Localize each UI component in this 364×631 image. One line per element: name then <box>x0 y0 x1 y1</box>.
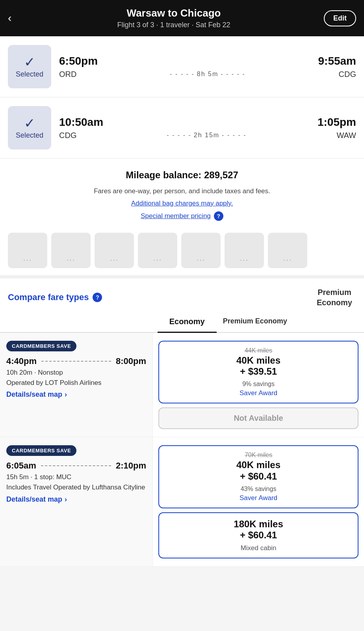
flight-times-1: 6:50pm 9:55am <box>59 55 356 67</box>
details-link-1[interactable]: Details/seat map › <box>6 390 146 399</box>
duration-1: 8h 5m <box>197 71 218 78</box>
flight-result-1-left: CARDMEMBERS SAVE 4:40pm 8:00pm 10h 20m ·… <box>0 333 153 437</box>
main-price-2: 40K miles + $60.41 <box>236 459 280 482</box>
depart-time-1: 6:50pm <box>59 55 98 67</box>
checkmark-icon-2: ✓ <box>24 116 35 130</box>
depart-airport-2: CDG <box>59 131 76 140</box>
price-card-premium-1: Not Available <box>158 407 358 429</box>
checkmark-icon-1: ✓ <box>24 55 35 69</box>
selected-badge-1: ✓ Selected <box>8 45 51 88</box>
compare-header-left: Compare fare types ? <box>8 292 102 302</box>
price-card-economy-1[interactable]: 44K miles 40K miles + $39.51 9% savings … <box>158 341 358 404</box>
fare-card-7[interactable]: ··· <box>268 233 307 268</box>
mileage-section: Mileage balance: 289,527 Fares are one-w… <box>0 159 364 226</box>
result-arrive-1: 8:00pm <box>116 356 146 366</box>
cardmember-badge-1: CARDMEMBERS SAVE <box>6 341 76 351</box>
fare-card-5[interactable]: ··· <box>181 233 221 268</box>
fare-card-6[interactable]: ··· <box>225 233 264 268</box>
left-spacer <box>8 312 158 332</box>
arrive-airport-1: CDG <box>339 70 356 79</box>
fare-card-2[interactable]: ··· <box>51 233 91 268</box>
premium-economy-tab-label: PremiumEconomy <box>317 287 352 308</box>
flight-result-1-right: 44K miles 40K miles + $39.51 9% savings … <box>153 333 364 437</box>
selected-badge-2: ✓ Selected <box>8 106 51 149</box>
arrive-time-1: 9:55am <box>318 55 356 67</box>
chevron-right-icon-2: › <box>65 495 67 504</box>
fare-card-1[interactable]: ··· <box>8 233 47 268</box>
compare-section: Compare fare types ? PremiumEconomy Econ… <box>0 275 364 567</box>
bag-charges-link[interactable]: Additional bag charges may apply. <box>131 200 233 207</box>
original-price-2: 70K miles <box>245 452 272 459</box>
fare-card-4[interactable]: ··· <box>138 233 177 268</box>
mixed-cabin-label: Mixed cabin <box>241 544 277 552</box>
selected-flight-2: ✓ Selected 10:50am 1:05pm CDG - - - - - … <box>0 97 364 159</box>
arrive-airport-2: WAW <box>336 131 356 140</box>
compare-tabs: Economy Premium Economy <box>0 312 364 333</box>
flight-result-2: CARDMEMBERS SAVE 6:05am 2:10pm 15h 5m · … <box>0 437 364 567</box>
fare-note: Fares are one-way, per person, and inclu… <box>8 186 356 196</box>
savings-1: 9% savings <box>242 381 275 388</box>
cardmember-badge-2: CARDMEMBERS SAVE <box>6 445 76 456</box>
unavailable-label-1: Not Available <box>234 414 283 423</box>
compare-title: Compare fare types <box>8 292 89 302</box>
main-price-1: 40K miles + $39.51 <box>236 355 280 378</box>
result-times-2: 6:05am 2:10pm <box>6 461 146 471</box>
member-pricing-link[interactable]: Special member pricing <box>141 212 211 220</box>
result-arrive-2: 2:10pm <box>116 461 146 471</box>
header: ‹ Warsaw to Chicago Flight 3 of 3 · 1 tr… <box>0 0 364 36</box>
flight-info-2: 10:50am 1:05pm CDG - - - - - 2h 15m - - … <box>59 116 356 140</box>
tab-economy[interactable]: Economy <box>158 312 217 333</box>
result-times-1: 4:40pm 8:00pm <box>6 356 146 366</box>
award-type-1: Saver Award <box>240 389 277 397</box>
arrive-time-2: 1:05pm <box>318 116 356 129</box>
depart-time-2: 10:50am <box>59 116 103 129</box>
original-price-1: 44K miles <box>245 347 272 354</box>
result-depart-1: 4:40pm <box>6 356 37 366</box>
savings-2: 43% savings <box>241 485 277 493</box>
result-duration-1: 10h 20m · Nonstop <box>6 369 146 377</box>
result-operator-2: Includes Travel Operated by Lufthansa Ci… <box>6 483 146 492</box>
result-dash-2 <box>41 465 111 466</box>
premium-price-2: 180K miles + $60.41 <box>234 519 283 541</box>
selected-label-2: Selected <box>16 131 43 140</box>
back-button[interactable]: ‹ <box>8 12 24 24</box>
depart-airport-1: ORD <box>59 70 76 79</box>
chevron-right-icon-1: › <box>65 390 67 399</box>
price-card-economy-2[interactable]: 70K miles 40K miles + $60.41 43% savings… <box>158 445 358 508</box>
fare-cards-row: ··· ··· ··· ··· ··· ··· ··· <box>0 226 364 275</box>
member-pricing-info-icon[interactable]: ? <box>214 211 223 221</box>
price-card-premium-2[interactable]: 180K miles + $60.41 Mixed cabin <box>158 512 358 559</box>
selected-label-1: Selected <box>16 70 43 78</box>
flight-info-1: 6:50pm 9:55am ORD - - - - - 8h 5m - - - … <box>59 55 356 79</box>
award-type-2: Saver Award <box>240 494 277 502</box>
header-subtitle: Flight 3 of 3 · 1 traveler · Sat Feb 22 <box>24 21 324 29</box>
selected-flight-1: ✓ Selected 6:50pm 9:55am ORD - - - - - 8… <box>0 36 364 97</box>
flight-result-2-right: 70K miles 40K miles + $60.41 43% savings… <box>153 437 364 566</box>
flight-result-1: CARDMEMBERS SAVE 4:40pm 8:00pm 10h 20m ·… <box>0 333 364 438</box>
member-pricing-row: Special member pricing ? <box>8 211 356 221</box>
flight-route-2: CDG - - - - - 2h 15m - - - - - WAW <box>59 131 356 140</box>
result-duration-2: 15h 5m · 1 stop: MUC <box>6 473 146 481</box>
flight-times-2: 10:50am 1:05pm <box>59 116 356 129</box>
header-center: Warsaw to Chicago Flight 3 of 3 · 1 trav… <box>24 7 324 29</box>
details-link-2[interactable]: Details/seat map › <box>6 495 146 504</box>
route-line-2: - - - - - 2h 15m - - - - - <box>80 132 333 139</box>
mileage-balance: Mileage balance: 289,527 <box>8 170 356 181</box>
tab-premium-economy[interactable]: Premium Economy <box>217 312 293 333</box>
result-operator-1: Operated by LOT Polish Airlines <box>6 378 146 388</box>
route-line-1: - - - - - 8h 5m - - - - - <box>80 71 335 78</box>
compare-info-icon[interactable]: ? <box>93 293 102 302</box>
duration-2: 2h 15m <box>194 132 219 139</box>
page-title: Warsaw to Chicago <box>24 7 324 19</box>
flight-result-2-left: CARDMEMBERS SAVE 6:05am 2:10pm 15h 5m · … <box>0 437 153 566</box>
result-dash-1 <box>41 361 111 362</box>
fare-card-3[interactable]: ··· <box>95 233 134 268</box>
result-depart-2: 6:05am <box>6 461 36 471</box>
flight-route-1: ORD - - - - - 8h 5m - - - - - CDG <box>59 70 356 79</box>
edit-button[interactable]: Edit <box>324 10 356 26</box>
main-content: ✓ Selected 6:50pm 9:55am ORD - - - - - 8… <box>0 36 364 567</box>
